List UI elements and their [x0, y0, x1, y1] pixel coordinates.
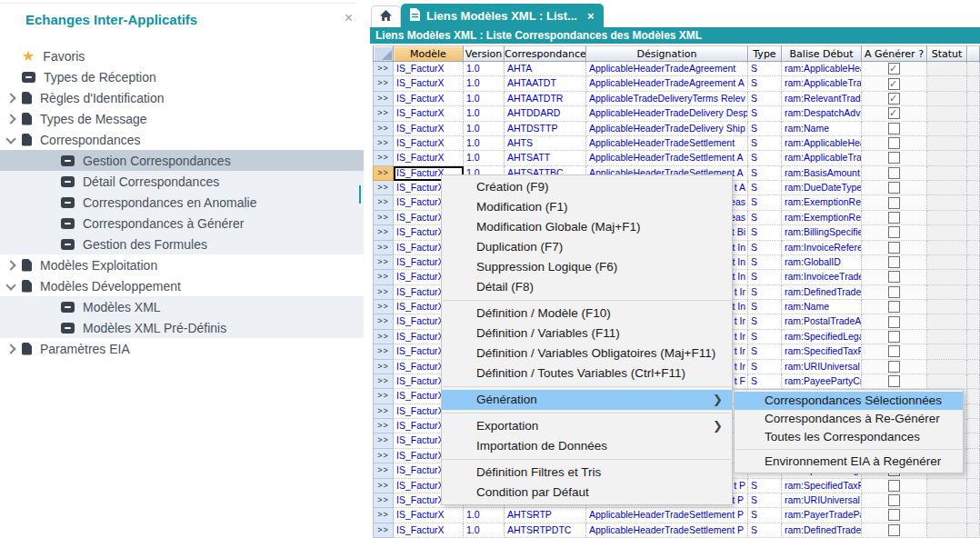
cell-balise-debut[interactable]: ram:Name [782, 300, 862, 314]
a-generer-checkbox[interactable] [888, 494, 900, 506]
cell-version[interactable]: 1.0 [464, 122, 505, 136]
a-generer-checkbox[interactable] [888, 301, 900, 313]
cell-correspondance[interactable]: AHTSRTP [505, 508, 586, 523]
cell-balise-debut[interactable]: ram:ExemptionRea [782, 195, 862, 210]
row-open-button[interactable]: >> [373, 330, 394, 344]
cell-balise-debut[interactable]: ram:ApplicableTra [782, 76, 862, 91]
column-header-statut[interactable]: Statut [927, 45, 967, 62]
a-generer-checkbox[interactable] [888, 137, 900, 149]
cell-designation[interactable]: ApplicableHeaderTradeDelivery Desp [586, 106, 748, 121]
sidebar-item-correspondances-en-anomalie[interactable]: Correspondances en Anomalie [0, 192, 364, 213]
row-open-button[interactable]: >> [373, 255, 394, 270]
a-generer-checkbox[interactable] [888, 107, 900, 119]
menu-item-correspondances-selectionnees[interactable]: Correspondances Sélectionnées [735, 392, 963, 410]
row-open-button[interactable]: >> [373, 136, 394, 151]
row-open-button[interactable]: >> [373, 270, 394, 284]
a-generer-checkbox[interactable] [888, 167, 900, 179]
cell-designation[interactable]: ApplicableHeaderTradeAgreement [586, 62, 748, 76]
cell-balise-debut[interactable]: ram:SpecifiedTaxF [782, 479, 862, 493]
cell-type[interactable]: S [748, 136, 782, 151]
row-open-button[interactable]: >> [373, 225, 394, 240]
menu-item-definition-variables-f11[interactable]: Définition / Variables (F11) [442, 324, 732, 344]
menu-item-condition-par-defaut[interactable]: Condition par Défaut [442, 483, 732, 503]
row-open-button[interactable]: >> [373, 62, 394, 76]
sidebar-item-correspondances[interactable]: Correspondances [0, 129, 364, 150]
menu-item-modification-f1[interactable]: Modification (F1) [442, 197, 732, 217]
column-header-version[interactable]: Version [464, 45, 505, 62]
sidebar-item-gestion-correspondances[interactable]: Gestion Correspondances [0, 150, 364, 171]
cell-correspondance[interactable]: AHTDDARD [505, 106, 586, 121]
a-generer-checkbox[interactable] [888, 345, 900, 357]
cell-modele[interactable]: IS_FacturX [394, 92, 464, 106]
a-generer-checkbox[interactable] [888, 316, 900, 328]
cell-designation[interactable]: ApplicableHeaderTradeSettlement P [586, 508, 748, 523]
row-open-button[interactable]: >> [373, 523, 394, 538]
a-generer-checkbox[interactable] [888, 331, 900, 343]
menu-item-modification-globale-maj-f1[interactable]: Modification Globale (Maj+F1) [442, 217, 732, 237]
cell-designation[interactable]: ApplicableHeaderTradeAgreement A [586, 76, 748, 91]
menu-item-duplication-f7[interactable]: Duplication (F7) [442, 237, 732, 257]
a-generer-checkbox[interactable] [888, 375, 900, 387]
cell-balise-debut[interactable]: ram:PayerTradePa [782, 508, 862, 523]
cell-type[interactable]: S [748, 106, 782, 121]
cell-version[interactable]: 1.0 [464, 106, 505, 121]
sidebar-item-modeles-xml[interactable]: Modèles XML [0, 296, 364, 317]
cell-balise-debut[interactable]: ram:DefinedTrade [782, 285, 862, 300]
column-header-balise-debut[interactable]: Balise Début [782, 45, 862, 62]
row-open-button[interactable]: >> [373, 106, 394, 121]
row-open-button[interactable]: >> [373, 419, 394, 433]
cell-correspondance[interactable]: AHTAATDT [505, 76, 586, 91]
sidebar-item-favoris[interactable]: ★Favoris [0, 45, 364, 66]
cell-type[interactable]: S [748, 314, 782, 329]
sidebar-item-correspondances-a-generer[interactable]: Correspondances à Générer [0, 213, 364, 234]
menu-item-definition-filtres-et-tris[interactable]: Définition Filtres et Tris [442, 463, 732, 483]
menu-item-toutes-les-correspondances[interactable]: Toutes les Correspondances [735, 428, 963, 446]
cell-type[interactable]: S [748, 270, 782, 284]
cell-version[interactable]: 1.0 [464, 62, 505, 76]
row-open-button[interactable]: >> [373, 479, 394, 493]
cell-version[interactable]: 1.0 [464, 76, 505, 91]
cell-type[interactable]: S [748, 151, 782, 165]
sidebar-item-types-de-reception[interactable]: Types de Réception [0, 66, 364, 87]
a-generer-checkbox[interactable] [888, 63, 900, 75]
a-generer-checkbox[interactable] [888, 361, 900, 373]
cell-type[interactable]: S [748, 285, 782, 300]
sidebar-item-detail-correspondances[interactable]: Détail Correspondances [0, 171, 364, 192]
row-open-button[interactable]: >> [373, 211, 394, 225]
sidebar-item-modeles-exploitation[interactable]: Modèles Exploitation [0, 254, 364, 275]
sidebar-item-parametres-eia[interactable]: Paramètres EIA [0, 338, 364, 359]
menu-item-creation-f9[interactable]: Création (F9) [442, 177, 732, 197]
row-open-button[interactable]: >> [373, 195, 394, 210]
cell-type[interactable]: S [748, 195, 782, 210]
a-generer-checkbox[interactable] [888, 286, 900, 298]
menu-item-generation[interactable]: Génération❯ [442, 390, 732, 410]
cell-balise-debut[interactable]: ram:ApplicableTra [782, 151, 862, 165]
cell-correspondance[interactable]: AHTSRTPDTC [505, 523, 586, 538]
column-header-correspondance[interactable]: Correspondance [505, 45, 586, 62]
chevron-down-icon[interactable] [5, 280, 15, 290]
cell-type[interactable]: S [748, 330, 782, 344]
menu-item-suppression-logique-f6[interactable]: Suppression Logique (F6) [442, 257, 732, 277]
menu-item-definition-modele-f10[interactable]: Définition / Modèle (F10) [442, 304, 732, 324]
close-icon[interactable]: × [587, 9, 595, 23]
a-generer-checkbox[interactable] [888, 152, 900, 164]
row-open-button[interactable]: >> [373, 92, 394, 106]
cell-balise-debut[interactable]: ram:Name [782, 122, 862, 136]
cell-correspondance[interactable]: AHTA [505, 62, 586, 76]
cell-type[interactable]: S [748, 241, 782, 255]
row-open-button[interactable]: >> [373, 404, 394, 419]
a-generer-checkbox[interactable] [888, 242, 900, 254]
a-generer-checkbox[interactable] [888, 123, 900, 134]
chevron-down-icon[interactable] [5, 134, 15, 144]
close-icon[interactable]: × [345, 10, 353, 26]
chevron-right-icon[interactable] [5, 260, 15, 270]
cell-modele[interactable]: IS_FacturX [394, 523, 464, 538]
cell-balise-debut[interactable]: ram:PayeePartyCr [782, 374, 862, 389]
cell-modele[interactable]: IS_FacturX [394, 508, 464, 523]
cell-modele[interactable]: IS_FacturX [394, 106, 464, 121]
row-open-button[interactable]: >> [373, 166, 394, 181]
row-open-button[interactable]: >> [373, 344, 394, 359]
cell-balise-debut[interactable]: ram:InvoiceRefere [782, 241, 862, 255]
cell-correspondance[interactable]: AHTDSTTP [505, 122, 586, 136]
row-open-button[interactable]: >> [373, 181, 394, 195]
